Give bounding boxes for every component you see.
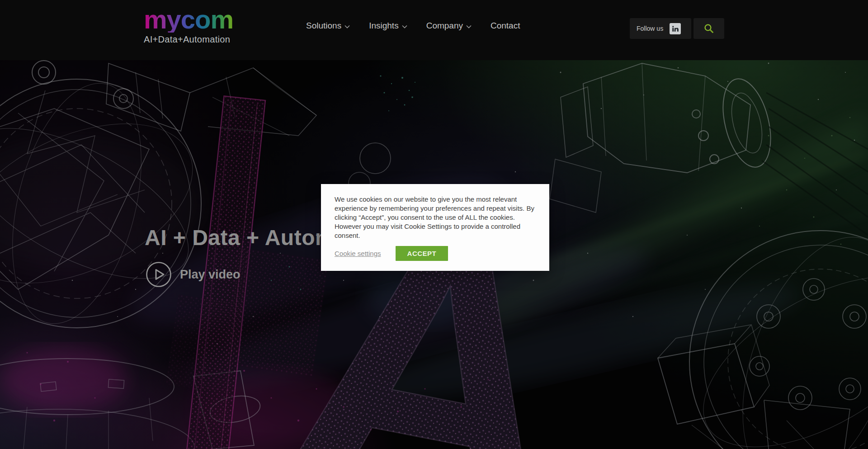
search-button[interactable]	[693, 18, 724, 39]
logo[interactable]: mycom AI+Data+Automation	[144, 6, 233, 45]
search-icon	[703, 23, 714, 34]
main-nav: Solutions Insights Company Contact	[306, 20, 520, 32]
cookie-actions: Cookie settings ACCEPT	[335, 246, 536, 261]
chevron-down-icon	[402, 25, 407, 28]
follow-us-box: Follow us	[630, 18, 691, 39]
play-video-button[interactable]: Play video	[146, 261, 241, 288]
cookie-settings-link[interactable]: Cookie settings	[335, 250, 381, 257]
nav-label: Solutions	[306, 20, 341, 32]
nav-label: Company	[426, 20, 463, 32]
nav-label: Insights	[369, 20, 398, 32]
linkedin-icon[interactable]	[670, 23, 681, 34]
logo-tagline: AI+Data+Automation	[144, 34, 233, 45]
cookie-consent-dialog: We use cookies on our website to give yo…	[321, 184, 549, 271]
chevron-down-icon	[466, 25, 472, 28]
nav-item-solutions[interactable]: Solutions	[306, 20, 350, 32]
nav-item-insights[interactable]: Insights	[369, 20, 407, 32]
header: mycom AI+Data+Automation Solutions Insig…	[0, 0, 868, 60]
nav-item-company[interactable]: Company	[426, 20, 472, 32]
page: A	[0, 0, 868, 449]
chevron-down-icon	[344, 25, 350, 28]
nav-label: Contact	[491, 20, 520, 32]
accept-button[interactable]: ACCEPT	[396, 246, 448, 261]
logo-wordmark: mycom	[144, 6, 233, 33]
nav-item-contact[interactable]: Contact	[491, 20, 520, 32]
cookie-message: We use cookies on our website to give yo…	[335, 195, 536, 240]
follow-us-label: Follow us	[637, 25, 663, 32]
play-video-label: Play video	[180, 268, 241, 282]
play-circle-icon	[146, 261, 172, 288]
